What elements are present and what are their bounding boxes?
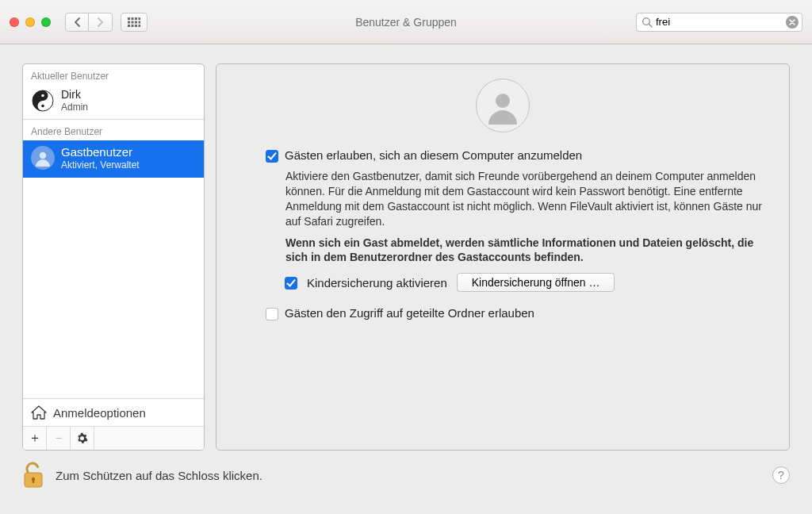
sidebar-spacer [23, 178, 204, 398]
lock-hint-text: Zum Schützen auf das Schloss klicken. [56, 469, 262, 482]
svg-rect-6 [135, 21, 137, 23]
shared-folders-row: Gästen den Zugriff auf geteilte Ordner e… [266, 306, 765, 320]
svg-rect-10 [135, 25, 137, 27]
current-user-header: Aktueller Benutzer [23, 64, 204, 85]
zoom-window-button[interactable] [41, 17, 51, 27]
allow-guests-row: Gästen erlauben, sich an diesem Computer… [266, 148, 765, 163]
show-all-prefs-button[interactable] [121, 13, 147, 32]
add-user-button[interactable]: ＋ [23, 427, 47, 450]
user-actions-menu-button[interactable] [71, 427, 94, 450]
login-options-row[interactable]: Anmeldeoptionen [23, 398, 204, 426]
avatar-current [31, 89, 55, 113]
svg-rect-7 [139, 21, 141, 23]
house-icon [31, 405, 47, 420]
settings-panel: Gästen erlauben, sich an diesem Computer… [216, 63, 790, 451]
guest-name: Gastbenutzer [61, 145, 140, 159]
guest-info: Gastbenutzer Aktiviert, Verwaltet [61, 145, 140, 171]
search-field[interactable] [636, 13, 802, 32]
person-silhouette-icon [34, 149, 52, 167]
login-options-label: Anmeldeoptionen [53, 406, 146, 420]
x-icon [789, 19, 795, 25]
guest-sub: Aktiviert, Verwaltet [61, 159, 140, 171]
svg-rect-11 [139, 25, 141, 27]
allow-guests-desc: Aktiviere den Gastbenutzer, damit sich F… [285, 169, 765, 229]
forward-button[interactable] [89, 13, 113, 32]
clear-search-button[interactable] [786, 16, 799, 29]
svg-point-16 [41, 104, 44, 107]
other-users-header: Andere Benutzer [23, 120, 204, 140]
parental-label: Kindersicherung aktivieren [307, 276, 447, 290]
help-button[interactable]: ? [772, 466, 790, 484]
gear-icon [76, 432, 88, 444]
allow-guests-desc-bold: Wenn sich ein Gast abmeldet, werden sämt… [285, 236, 765, 266]
person-silhouette-icon [484, 86, 522, 125]
parental-checkbox[interactable] [285, 277, 297, 290]
account-avatar[interactable] [476, 79, 530, 132]
svg-point-17 [40, 152, 46, 159]
footer: Zum Schützen auf das Schloss klicken. ? [0, 451, 812, 500]
svg-point-15 [41, 94, 44, 97]
search-input[interactable] [656, 16, 784, 28]
user-list-sidebar: Aktueller Benutzer Dirk Admin Andere Ben… [22, 63, 205, 451]
svg-rect-0 [128, 17, 130, 20]
open-parental-controls-button[interactable]: Kindersicherung öffnen … [457, 273, 615, 292]
svg-rect-21 [33, 479, 34, 483]
avatar-guest [31, 146, 55, 170]
sidebar-actions: ＋ － [23, 426, 204, 450]
window-controls [10, 17, 51, 27]
svg-rect-5 [132, 21, 134, 23]
chevron-right-icon [97, 17, 104, 27]
svg-rect-2 [135, 17, 137, 20]
user-row-current[interactable]: Dirk Admin [23, 85, 204, 119]
back-button[interactable] [65, 13, 89, 32]
lock-button[interactable] [22, 462, 44, 489]
content-area: Aktueller Benutzer Dirk Admin Andere Ben… [0, 44, 812, 451]
svg-rect-4 [128, 21, 130, 23]
user-role: Admin [61, 102, 88, 113]
svg-line-13 [649, 24, 652, 27]
svg-rect-3 [139, 17, 141, 20]
unlocked-padlock-icon [22, 462, 44, 489]
remove-user-button[interactable]: － [47, 427, 71, 450]
chevron-left-icon [74, 17, 81, 27]
shared-folders-checkbox[interactable] [266, 308, 278, 320]
nav-buttons [65, 13, 113, 32]
grid-icon [128, 17, 140, 27]
user-info: Dirk Admin [61, 88, 88, 113]
yin-yang-icon [32, 90, 54, 112]
allow-guests-label: Gästen erlauben, sich an diesem Computer… [285, 148, 582, 162]
svg-point-18 [496, 94, 510, 108]
toolbar: Benutzer & Gruppen [0, 0, 812, 44]
svg-rect-9 [132, 25, 134, 27]
shared-folders-label: Gästen den Zugriff auf geteilte Ordner e… [285, 306, 534, 320]
search-icon [642, 17, 653, 28]
svg-rect-8 [128, 25, 130, 27]
user-name: Dirk [61, 88, 88, 102]
allow-guests-checkbox[interactable] [266, 150, 278, 163]
close-window-button[interactable] [10, 17, 19, 27]
svg-rect-1 [132, 17, 134, 20]
minimize-window-button[interactable] [25, 17, 35, 27]
parental-row: Kindersicherung aktivieren Kindersicheru… [285, 273, 765, 292]
user-row-guest[interactable]: Gastbenutzer Aktiviert, Verwaltet [23, 140, 204, 177]
